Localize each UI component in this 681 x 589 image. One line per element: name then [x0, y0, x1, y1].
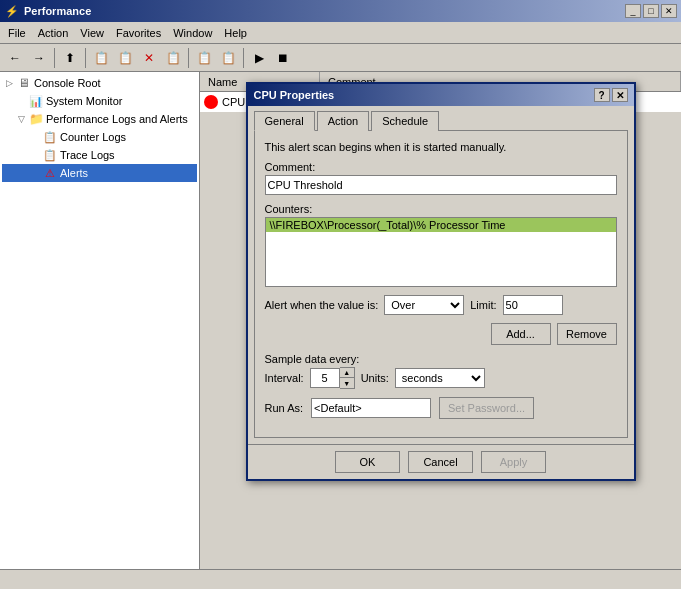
tab-schedule[interactable]: Schedule: [371, 111, 439, 131]
ok-button[interactable]: OK: [335, 451, 400, 473]
counter-logs-icon: 📋: [42, 129, 58, 145]
alert-when-select[interactable]: Over Under: [384, 295, 464, 315]
computer-icon: 🖥: [16, 75, 32, 91]
run-as-row: Run As: Set Password...: [265, 397, 617, 419]
dialog-overlay: CPU Properties ? ✕ General Action Schedu…: [200, 72, 681, 569]
menu-window[interactable]: Window: [167, 25, 218, 41]
back-button[interactable]: ←: [4, 47, 26, 69]
comment-group: Comment:: [265, 161, 617, 195]
counters-label: Counters:: [265, 203, 617, 215]
paste-button[interactable]: 📋: [114, 47, 136, 69]
dialog-footer: OK Cancel Apply: [248, 444, 634, 479]
counters-group: Counters: \\FIREBOX\Processor(_Total)\% …: [265, 203, 617, 287]
tree-label-system-monitor: System Monitor: [46, 95, 122, 107]
alert-description: This alert scan begins when it is starte…: [265, 141, 617, 153]
dialog-title-bar: CPU Properties ? ✕: [248, 84, 634, 106]
tree-label-console-root: Console Root: [34, 77, 101, 89]
main-layout: ▷ 🖥 Console Root 📊 System Monitor ▽ 📁 Pe…: [0, 72, 681, 569]
tab-action[interactable]: Action: [317, 111, 370, 131]
expand-console-root[interactable]: ▷: [4, 78, 14, 88]
maximize-button[interactable]: □: [643, 4, 659, 18]
title-bar-buttons: _ □ ✕: [625, 4, 677, 18]
app-icon: ⚡: [4, 3, 20, 19]
apply-button[interactable]: Apply: [481, 451, 546, 473]
menu-view[interactable]: View: [74, 25, 110, 41]
toolbar: ← → ⬆ 📋 📋 ✕ 📋 📋 📋 ▶ ⏹: [0, 44, 681, 72]
cancel-button[interactable]: Cancel: [408, 451, 473, 473]
dialog-title-buttons: ? ✕: [594, 88, 628, 102]
menu-bar: File Action View Favorites Window Help: [0, 22, 681, 44]
counters-box[interactable]: \\FIREBOX\Processor(_Total)\% Processor …: [265, 217, 617, 287]
spin-buttons: ▲ ▼: [340, 367, 355, 389]
tree-trace-logs[interactable]: 📋 Trace Logs: [2, 146, 197, 164]
sample-label: Sample data every:: [265, 353, 617, 365]
folder-icon: 📁: [28, 111, 44, 127]
dialog-close-button[interactable]: ✕: [612, 88, 628, 102]
toolbar-sep-2: [85, 48, 86, 68]
run-as-label: Run As:: [265, 402, 304, 414]
tree-system-monitor[interactable]: 📊 System Monitor: [2, 92, 197, 110]
cpu-properties-dialog: CPU Properties ? ✕ General Action Schedu…: [246, 82, 636, 481]
alert-when-label: Alert when the value is:: [265, 299, 379, 311]
right-panel: Name Comment CPU CPU Threshold CPU Prope…: [200, 72, 681, 569]
spin-down[interactable]: ▼: [340, 378, 354, 388]
interval-row: Interval: ▲ ▼ Units: seconds: [265, 367, 617, 389]
alert-text: This alert scan begins when it is starte…: [265, 141, 507, 153]
system-monitor-icon: 📊: [28, 93, 44, 109]
title-bar: ⚡ Performance _ □ ✕: [0, 0, 681, 22]
expand-performance-logs[interactable]: ▽: [16, 114, 26, 124]
tree-console-root[interactable]: ▷ 🖥 Console Root: [2, 74, 197, 92]
trace-logs-icon: 📋: [42, 147, 58, 163]
close-button[interactable]: ✕: [661, 4, 677, 18]
play-button[interactable]: ▶: [248, 47, 270, 69]
status-bar: [0, 569, 681, 589]
menu-action[interactable]: Action: [32, 25, 75, 41]
minimize-button[interactable]: _: [625, 4, 641, 18]
tab-content-general: This alert scan begins when it is starte…: [254, 130, 628, 438]
tab-general[interactable]: General: [254, 111, 315, 131]
menu-file[interactable]: File: [2, 25, 32, 41]
forward-button[interactable]: →: [28, 47, 50, 69]
up-button[interactable]: ⬆: [59, 47, 81, 69]
app-title: Performance: [24, 5, 91, 17]
comment-label: Comment:: [265, 161, 617, 173]
units-select[interactable]: seconds minutes hours days: [395, 368, 485, 388]
tree-label-trace-logs: Trace Logs: [60, 149, 115, 161]
toolbar-sep-3: [188, 48, 189, 68]
tree-label-counter-logs: Counter Logs: [60, 131, 126, 143]
interval-input[interactable]: [310, 368, 340, 388]
interval-spinner: ▲ ▼: [310, 367, 355, 389]
set-password-button[interactable]: Set Password...: [439, 397, 534, 419]
sample-group: Sample data every: Interval: ▲ ▼ Units:: [265, 353, 617, 389]
alerts-icon: ⚠: [42, 165, 58, 181]
tree-label-performance-logs: Performance Logs and Alerts: [46, 113, 188, 125]
interval-label: Interval:: [265, 372, 304, 384]
run-as-input[interactable]: [311, 398, 431, 418]
toolbar-sep-1: [54, 48, 55, 68]
menu-help[interactable]: Help: [218, 25, 253, 41]
tree-panel: ▷ 🖥 Console Root 📊 System Monitor ▽ 📁 Pe…: [0, 72, 200, 569]
limit-input[interactable]: [503, 295, 563, 315]
tree-performance-logs[interactable]: ▽ 📁 Performance Logs and Alerts: [2, 110, 197, 128]
toolbar-sep-4: [243, 48, 244, 68]
tree-counter-logs[interactable]: 📋 Counter Logs: [2, 128, 197, 146]
dialog-help-button[interactable]: ?: [594, 88, 610, 102]
view-button-2[interactable]: 📋: [217, 47, 239, 69]
delete-button[interactable]: ✕: [138, 47, 160, 69]
tree-alerts[interactable]: ⚠ Alerts: [2, 164, 197, 182]
units-label: Units:: [361, 372, 389, 384]
stop-button[interactable]: ⏹: [272, 47, 294, 69]
tab-bar: General Action Schedule: [248, 106, 634, 130]
properties-button[interactable]: 📋: [162, 47, 184, 69]
limit-label: Limit:: [470, 299, 496, 311]
menu-favorites[interactable]: Favorites: [110, 25, 167, 41]
counter-item[interactable]: \\FIREBOX\Processor(_Total)\% Processor …: [266, 218, 616, 232]
comment-input[interactable]: [265, 175, 617, 195]
dialog-title-text: CPU Properties: [254, 89, 335, 101]
remove-button[interactable]: Remove: [557, 323, 617, 345]
add-button[interactable]: Add...: [491, 323, 551, 345]
add-remove-row: Add... Remove: [265, 323, 617, 345]
spin-up[interactable]: ▲: [340, 368, 354, 378]
view-button-1[interactable]: 📋: [193, 47, 215, 69]
copy-button-1[interactable]: 📋: [90, 47, 112, 69]
